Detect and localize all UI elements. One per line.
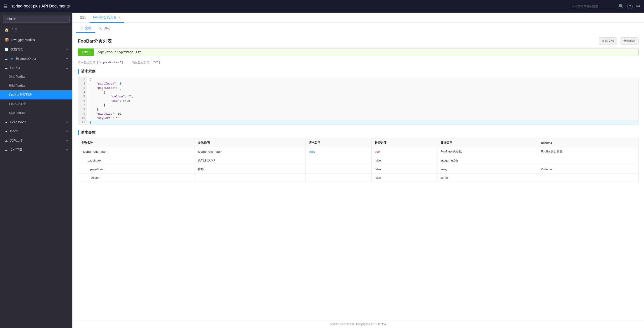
sidebar-item-swagger[interactable]: 📦 Swagger Models bbox=[0, 35, 72, 45]
code-line-2: 2 "pageIndex": 1, bbox=[78, 82, 638, 86]
chevron-right-icon-hello: ▾ bbox=[66, 120, 68, 124]
table-row: -fooBarPageParam fooBarPageParam body tr… bbox=[78, 147, 638, 156]
param-desc bbox=[195, 174, 306, 182]
param-data-type: string bbox=[437, 174, 538, 182]
params-table-header-row: 参数名称 参数说明 请求类型 是否必须 数据类型 schema bbox=[78, 138, 638, 147]
col-param-desc: 参数说明 bbox=[195, 138, 306, 147]
cloud-icon-upload: ☁ bbox=[4, 139, 8, 142]
api-details: FooBar分页列表 复制文档 复制地址 POST /api/fooBar/ge… bbox=[72, 33, 644, 192]
param-req-type bbox=[306, 156, 371, 165]
param-required: true bbox=[371, 147, 437, 156]
sidebar-item-swagger-label: Swagger Models bbox=[11, 38, 35, 42]
param-req-type: body bbox=[306, 147, 371, 156]
sidebar-item-example-order-label: ExampleOrder bbox=[16, 57, 36, 61]
sidebar-group-doc-manage[interactable]: 📄 文档管理 ▾ bbox=[0, 45, 72, 54]
sidebar-item-modify-foobar[interactable]: 修改FooBar bbox=[0, 109, 72, 118]
method-path: POST /api/fooBar/getPageList bbox=[78, 48, 638, 56]
sidebar-group-file-download[interactable]: ☁ 文件下载 ▾ bbox=[0, 145, 72, 155]
sub-tab-debug[interactable]: 🔧 调试 bbox=[95, 25, 114, 33]
swagger-icon: 📦 bbox=[4, 38, 9, 42]
sidebar-item-del-foobar[interactable]: 删除FooBar bbox=[0, 81, 72, 90]
request-params-section: 请求参数 参数名称 参数说明 请求类型 是否必须 数据类型 schema bbox=[78, 130, 638, 182]
header-title: spring-boot-plus API Documents bbox=[11, 4, 570, 9]
param-required: false bbox=[371, 156, 437, 165]
expand-btn[interactable]: - bbox=[81, 150, 82, 153]
expand-btn-2[interactable]: - bbox=[88, 168, 90, 171]
sidebar-group-hello-world[interactable]: ☁ Hello World ▾ bbox=[0, 118, 72, 127]
api-content: 📄 文档 🔧 调试 FooBar分页列表 复制文档 复制地址 bbox=[72, 23, 644, 320]
param-name: pageIndex bbox=[78, 156, 195, 165]
param-req-type bbox=[306, 165, 371, 174]
cloud-icon-hello: ☁ bbox=[4, 120, 8, 124]
code-block: 1 { 2 "pageIndex": 1, 3 "pageSorts": [ bbox=[78, 77, 638, 125]
chevron-right-icon: ▾ bbox=[66, 57, 68, 61]
param-name: -pageSorts bbox=[78, 165, 195, 174]
col-req-type: 请求类型 bbox=[306, 138, 371, 147]
param-data-type: integer(int64) bbox=[437, 156, 538, 165]
copy-url-button[interactable]: 复制地址 bbox=[620, 37, 638, 45]
table-row: -pageSorts 排序 false array OrderItem bbox=[78, 165, 638, 174]
response-type-label: 响应数据类型 bbox=[132, 61, 150, 65]
doc-icon: 📄 bbox=[80, 27, 84, 30]
group-select[interactable]: default bbox=[3, 15, 70, 23]
example-order-dot bbox=[11, 58, 13, 60]
request-type-value: [ "application/json" ] bbox=[97, 61, 123, 65]
table-row: column false string bbox=[78, 174, 638, 182]
sidebar-group-index[interactable]: ☁ Index ▾ bbox=[0, 127, 72, 136]
sidebar-item-foobar-page[interactable]: FooBar分页列表 bbox=[0, 90, 72, 99]
cloud-icon-download: ☁ bbox=[4, 148, 8, 152]
sub-tab-doc[interactable]: 📄 文档 bbox=[76, 25, 95, 33]
sub-tab-debug-label: 调试 bbox=[104, 26, 110, 30]
request-type-item: 请求数据类型 [ "application/json" ] bbox=[78, 61, 123, 65]
copy-doc-button[interactable]: 复制文档 bbox=[599, 37, 617, 45]
request-example-section: 请求示例 1 { 2 "pageIndex": 1, bbox=[78, 69, 638, 125]
api-title: FooBar分页列表 bbox=[78, 38, 112, 44]
param-required: false bbox=[371, 165, 437, 174]
lang-icon[interactable]: 中 bbox=[636, 4, 640, 9]
api-path: /api/fooBar/getPageList bbox=[94, 48, 638, 56]
top-header: ☰ spring-boot-plus API Documents 🔍 ? 中 bbox=[0, 0, 644, 13]
sidebar-item-add-foobar[interactable]: 添加FooBar bbox=[0, 72, 72, 81]
param-data-type: FooBar分页参数 bbox=[437, 147, 538, 156]
sidebar-group-foobar[interactable]: ☁ FooBar ▴ bbox=[0, 63, 72, 72]
header-search: 🔍 ? 中 bbox=[570, 4, 640, 9]
sidebar-item-foobar-detail[interactable]: FooBar详情 bbox=[0, 99, 72, 109]
param-required: false bbox=[371, 174, 437, 182]
sub-tabs: 📄 文档 🔧 调试 bbox=[72, 23, 644, 33]
param-req-type bbox=[306, 174, 371, 182]
content-area: 主页 FooBar分页列表 ✕ 📄 文档 🔧 调试 bbox=[72, 13, 644, 328]
tab-foobar-page[interactable]: FooBar分页列表 ✕ bbox=[90, 13, 124, 23]
tab-home[interactable]: 主页 bbox=[76, 13, 90, 23]
code-line-11: 11 } bbox=[78, 120, 638, 125]
tab-home-label: 主页 bbox=[80, 16, 86, 20]
sidebar-group-file-upload[interactable]: ☁ 文件上传 ▾ bbox=[0, 136, 72, 145]
sidebar-item-home-label: 主页 bbox=[11, 28, 18, 32]
search-input[interactable] bbox=[570, 4, 615, 9]
sidebar-item-home[interactable]: 🏠 主页 bbox=[0, 25, 72, 35]
code-line-5: 5 "column": "", bbox=[78, 95, 638, 99]
code-line-9: 9 "pageSize": 10, bbox=[78, 112, 638, 116]
params-section-title: 请求参数 bbox=[78, 130, 638, 135]
api-actions: 复制文档 复制地址 bbox=[599, 37, 638, 45]
sidebar-group-example-order[interactable]: ☁ ExampleOrder ▾ bbox=[0, 54, 72, 63]
foobar-children: 添加FooBar 删除FooBar FooBar分页列表 FooBar详情 修改… bbox=[0, 72, 72, 118]
doc-manage-icon: 📄 bbox=[4, 48, 8, 51]
param-schema: OrderItem bbox=[538, 165, 638, 174]
code-line-10: 10 "keyword": "" bbox=[78, 116, 638, 120]
chevron-right-icon-upload: ▾ bbox=[66, 139, 68, 142]
param-desc: 页码,默认为1 bbox=[195, 156, 306, 165]
main-layout: default 🏠 主页 📦 Swagger Models 📄 文档管理 ▾ ☁ bbox=[0, 13, 644, 328]
tab-close-icon[interactable]: ✕ bbox=[118, 16, 120, 19]
help-icon[interactable]: ? bbox=[627, 4, 633, 9]
col-data-type: 数据类型 bbox=[437, 138, 538, 147]
sidebar-item-foobar-label: FooBar bbox=[10, 66, 20, 70]
search-icon[interactable]: 🔍 bbox=[619, 4, 624, 9]
meta-row: 请求数据类型 [ "application/json" ] 响应数据类型 [ "… bbox=[78, 61, 638, 65]
sidebar-item-doc-manage-label: 文档管理 bbox=[11, 47, 23, 52]
code-line-4: 4 { bbox=[78, 90, 638, 95]
footer: Apache License 2.0 | Copyright © 2019-Kn… bbox=[72, 320, 644, 328]
code-line-7: 7 } bbox=[78, 103, 638, 107]
menu-icon[interactable]: ☰ bbox=[4, 4, 8, 9]
code-line-3: 3 "pageSorts": [ bbox=[78, 86, 638, 90]
param-schema bbox=[538, 174, 638, 182]
